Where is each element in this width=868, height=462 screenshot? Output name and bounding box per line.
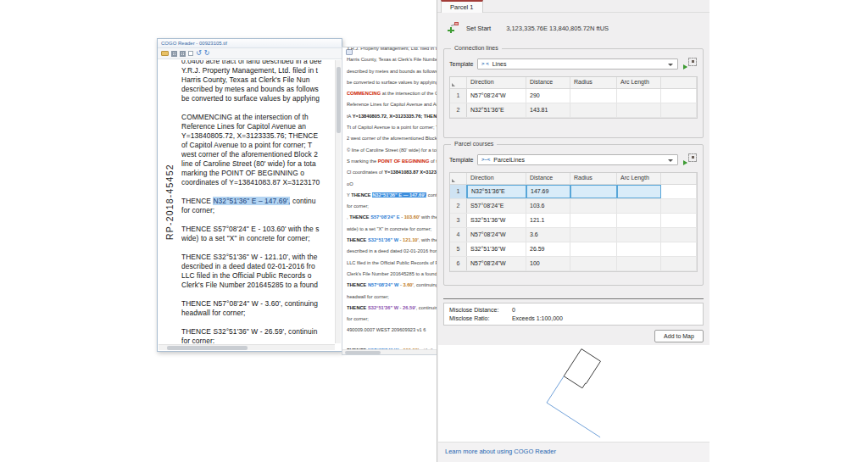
table-cell[interactable] — [617, 185, 661, 198]
text-line[interactable]: © line of Caroline Street (80' wide) for… — [347, 145, 437, 156]
text-line[interactable]: Reference Lines for Capitol Avenue and A… — [347, 99, 437, 110]
page-grid-icon[interactable] — [180, 51, 186, 57]
courses-template-dropdown[interactable]: >–< ParcelLines — [477, 154, 678, 165]
select-all-corner-icon[interactable] — [452, 83, 455, 86]
row-number[interactable]: 1 — [450, 89, 467, 103]
table-row[interactable]: 5S32°51'36"W26.59 — [450, 242, 697, 257]
table-cell[interactable] — [617, 103, 661, 117]
table-cell[interactable] — [661, 103, 697, 117]
text-line[interactable]: wide) to a set "X" in concrete for corne… — [347, 224, 437, 235]
text-line[interactable]: Tt of Capitol Avenue to a point for corn… — [347, 122, 437, 133]
column-header-distance[interactable]: Distance — [526, 77, 570, 88]
text-line[interactable]: for corner; — [347, 201, 437, 212]
rotate-left-icon[interactable]: ↺ — [196, 50, 202, 57]
table-row[interactable]: 2S57°08'24"E103.6 — [450, 199, 697, 214]
table-cell[interactable]: 290 — [526, 89, 570, 103]
text-line[interactable]: THENCE S32°51'36" W - 26.59', continuing… — [347, 303, 437, 314]
column-header-blank[interactable] — [661, 77, 697, 88]
table-cell[interactable]: 143.81 — [526, 103, 570, 117]
text-line[interactable]: headwall for corner; — [347, 292, 437, 303]
table-row[interactable]: 1N32°51'36"E147.69 — [450, 185, 697, 199]
table-cell[interactable] — [570, 228, 617, 242]
tab-parcel-1[interactable]: Parcel 1 — [441, 0, 483, 13]
table-cell[interactable]: N57°08'24"W — [467, 89, 526, 103]
table-cell[interactable] — [661, 242, 697, 256]
text-line[interactable] — [347, 337, 437, 345]
text-line[interactable]: THENCE N57°08'24" W - 3.60', continuing … — [347, 280, 437, 291]
table-cell[interactable]: 26.59 — [526, 242, 570, 256]
table-cell[interactable] — [617, 214, 661, 227]
table-cell[interactable] — [617, 257, 661, 270]
column-header-direction[interactable]: Direction — [467, 77, 526, 88]
table-row[interactable]: 3S32°51'36"W121.1 — [450, 214, 697, 228]
table-cell[interactable] — [570, 185, 617, 198]
column-header-blank[interactable] — [661, 173, 697, 184]
text-line[interactable]: Y.R.J. Property Management, Ltd. filed i… — [347, 47, 437, 54]
table-cell[interactable]: 121.1 — [526, 214, 570, 227]
active-template-icon[interactable] — [683, 153, 698, 166]
checkbox[interactable] — [188, 51, 193, 56]
table-cell[interactable] — [570, 89, 617, 103]
table-cell[interactable] — [617, 199, 661, 213]
set-start-icon[interactable] — [448, 22, 459, 34]
horizontal-scrollbar[interactable] — [159, 344, 335, 350]
row-number[interactable]: 1 — [450, 185, 467, 198]
row-number[interactable]: 4 — [450, 228, 467, 242]
rotate-right-icon[interactable]: ↻ — [204, 50, 210, 57]
text-line[interactable]: Cl coordinates of Y=13841083.87 X=312317 — [347, 167, 437, 178]
column-header-arc-length[interactable]: Arc Length — [617, 77, 661, 88]
table-row[interactable]: 2N32°51'36"E143.81 — [450, 103, 697, 118]
row-number[interactable]: 2 — [450, 199, 467, 213]
table-cell[interactable] — [661, 228, 697, 242]
add-to-map-button[interactable]: Add to Map — [654, 330, 704, 342]
table-cell[interactable]: N32°51'36"E — [467, 103, 526, 117]
table-cell[interactable] — [661, 199, 697, 213]
table-cell[interactable]: N57°08'24"W — [467, 228, 526, 242]
row-number[interactable]: 5 — [450, 242, 467, 256]
learn-more-link[interactable]: Learn more about using COGO Reader — [445, 448, 556, 455]
table-cell[interactable] — [617, 228, 661, 242]
table-cell[interactable]: S32°51'36"W — [467, 242, 526, 256]
table-cell[interactable]: 100 — [526, 257, 570, 270]
row-number[interactable]: 6 — [450, 257, 467, 270]
table-cell[interactable]: S57°08'24"E — [467, 199, 526, 213]
ocr-horizontal-scrollbar[interactable] — [342, 349, 437, 354]
text-line[interactable]: tA Y=13840805.72, X=3123335.76; THENCE — [347, 111, 437, 122]
row-number[interactable]: 3 — [450, 214, 467, 227]
set-start-label[interactable]: Set Start — [466, 25, 491, 32]
table-cell[interactable] — [570, 242, 617, 256]
text-line[interactable]: Y THENCE N32°51'36" E — 147.69', continu… — [347, 190, 437, 201]
table-cell[interactable] — [570, 103, 617, 117]
column-header-blank[interactable] — [450, 173, 467, 184]
text-line[interactable]: oO — [347, 179, 437, 190]
table-row[interactable]: 4N57°08'24"W3.6 — [450, 228, 697, 242]
connection-template-dropdown[interactable]: > < Lines — [477, 58, 678, 70]
table-cell[interactable] — [617, 242, 661, 256]
table-cell[interactable] — [570, 199, 617, 213]
table-cell[interactable] — [617, 89, 661, 103]
table-cell[interactable]: 103.6 — [526, 199, 570, 213]
text-line[interactable]: COMMENCING at the intersection of the Ci… — [347, 88, 437, 99]
text-line[interactable]: LLC filed in the Official Public Records… — [347, 258, 437, 269]
table-cell[interactable] — [661, 185, 697, 198]
table-cell[interactable]: 3.6 — [526, 228, 570, 242]
text-line[interactable]: be converted to surface values by applyi… — [347, 77, 437, 88]
folder-open-icon[interactable] — [161, 51, 169, 56]
column-header-direction[interactable]: Direction — [467, 173, 526, 184]
column-header-arc-length[interactable]: Arc Length — [617, 173, 661, 184]
column-header-distance[interactable]: Distance — [526, 173, 570, 184]
thumbnail-grid-icon[interactable] — [171, 51, 177, 57]
table-cell[interactable] — [570, 257, 617, 270]
text-line[interactable]: Harris County, Texas at Clerk's File Num… — [347, 54, 437, 65]
table-cell[interactable] — [661, 89, 697, 103]
text-line[interactable]: for corner; — [347, 314, 437, 325]
text-line[interactable]: Clerk's File Number 201645285 to a found… — [347, 269, 437, 280]
vertical-scrollbar[interactable] — [335, 60, 341, 343]
table-cell[interactable] — [661, 214, 697, 227]
active-template-icon[interactable] — [683, 58, 698, 70]
window-titlebar[interactable]: COGO Reader - 00923105.tif — [158, 39, 342, 48]
row-number[interactable]: 2 — [450, 103, 467, 117]
text-line[interactable]: described in a deed dated 02-01-2016 fro… — [347, 246, 437, 257]
table-row[interactable]: 6N57°08'24"W100 — [450, 257, 697, 271]
select-all-corner-icon[interactable] — [452, 179, 455, 182]
